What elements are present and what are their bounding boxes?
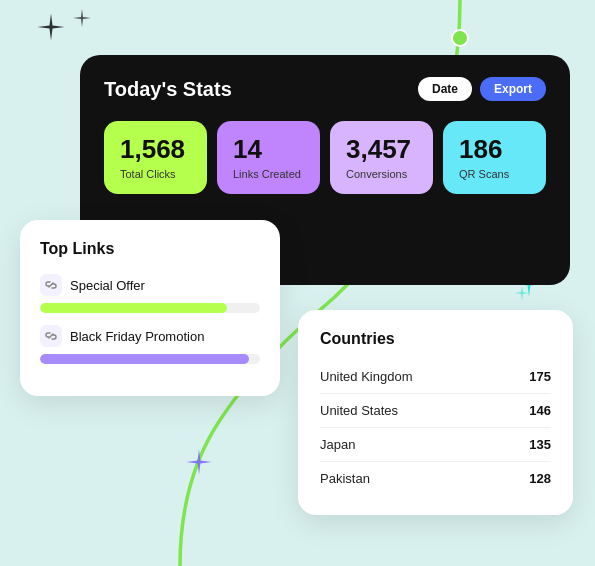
link-name: Special Offer — [70, 278, 145, 293]
sparkle-icon-5 — [514, 285, 530, 301]
country-row: United Kingdom 175 — [320, 360, 551, 394]
progress-fill — [40, 354, 249, 364]
countries-title: Countries — [320, 330, 551, 348]
card-title: Today's Stats — [104, 78, 232, 101]
country-value: 135 — [529, 437, 551, 452]
stat-value: 14 — [233, 135, 304, 164]
country-value: 175 — [529, 369, 551, 384]
link-icon — [40, 274, 62, 296]
export-button[interactable]: Export — [480, 77, 546, 101]
country-name: Pakistan — [320, 471, 370, 486]
link-item-header: Black Friday Promotion — [40, 325, 260, 347]
stat-value: 186 — [459, 135, 530, 164]
country-name: United States — [320, 403, 398, 418]
countries-card: Countries United Kingdom 175 United Stat… — [298, 310, 573, 515]
stat-label: Conversions — [346, 168, 417, 180]
stat-card: 186 QR Scans — [443, 121, 546, 194]
country-name: United Kingdom — [320, 369, 413, 384]
progress-fill — [40, 303, 227, 313]
country-value: 128 — [529, 471, 551, 486]
stat-card: 14 Links Created — [217, 121, 320, 194]
stat-card: 3,457 Conversions — [330, 121, 433, 194]
country-row: Pakistan 128 — [320, 462, 551, 495]
stat-label: QR Scans — [459, 168, 530, 180]
country-row: United States 146 — [320, 394, 551, 428]
country-value: 146 — [529, 403, 551, 418]
sparkle-icon-1 — [36, 12, 66, 42]
progress-bar — [40, 354, 260, 364]
sparkle-icon-2 — [72, 8, 92, 28]
link-item: Special Offer — [40, 274, 260, 313]
top-links-title: Top Links — [40, 240, 260, 258]
card-header: Today's Stats Date Export — [104, 77, 546, 101]
link-name: Black Friday Promotion — [70, 329, 204, 344]
stat-label: Total Clicks — [120, 168, 191, 180]
link-item: Black Friday Promotion — [40, 325, 260, 364]
stats-row: 1,568 Total Clicks 14 Links Created 3,45… — [104, 121, 546, 194]
stat-label: Links Created — [233, 168, 304, 180]
stat-value: 1,568 — [120, 135, 191, 164]
date-button[interactable]: Date — [418, 77, 472, 101]
header-actions: Date Export — [418, 77, 546, 101]
stat-card: 1,568 Total Clicks — [104, 121, 207, 194]
link-icon — [40, 325, 62, 347]
top-links-card: Top Links Special Offer B — [20, 220, 280, 396]
sparkle-icon-3 — [185, 448, 213, 476]
country-name: Japan — [320, 437, 355, 452]
stat-value: 3,457 — [346, 135, 417, 164]
progress-bar — [40, 303, 260, 313]
country-row: Japan 135 — [320, 428, 551, 462]
svg-point-0 — [452, 30, 468, 46]
link-item-header: Special Offer — [40, 274, 260, 296]
